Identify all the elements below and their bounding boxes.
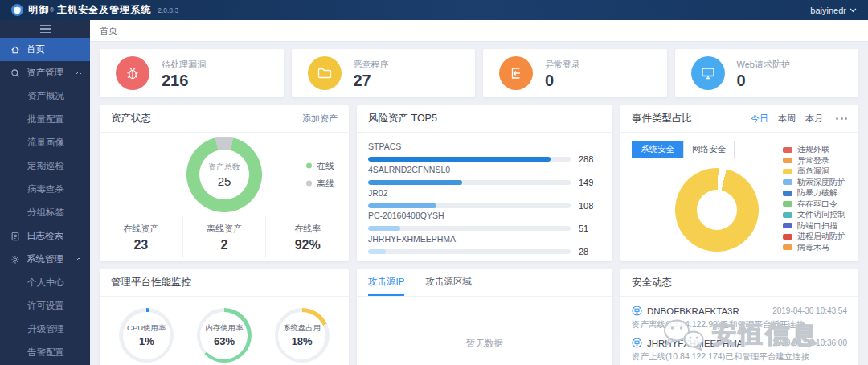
logout-icon bbox=[499, 56, 533, 90]
risk-bar-row: STPACS 288 bbox=[368, 141, 601, 164]
stat-card-value: 0 bbox=[737, 72, 790, 88]
sidebar-item-log-search[interactable]: 日志检索 bbox=[0, 224, 90, 248]
panel-title: 风险资产 TOP5 bbox=[368, 112, 437, 125]
panel-security-feed: 安全动态 DNBOFBKRAFKTA3R 2019-04-30 10:43:54… bbox=[620, 269, 858, 365]
risk-bar-row: JR02 108 bbox=[368, 188, 601, 211]
legend-item[interactable]: 病毒木马 bbox=[783, 244, 845, 252]
panel-title: 事件类型占比 bbox=[632, 112, 692, 125]
sidebar-item-group-tags[interactable]: 分组标签 bbox=[0, 201, 90, 224]
sidebar-item-alert-config[interactable]: 告警配置 bbox=[0, 341, 90, 364]
chevron-down-icon bbox=[850, 8, 857, 13]
feed-item[interactable]: DNBOFBKRAFKTA3R 2019-04-30 10:43:54 资产离线… bbox=[632, 306, 847, 330]
product-name: 主机安全及管理系统 bbox=[57, 3, 151, 17]
sidebar-item-asset-overview[interactable]: 资产概况 bbox=[0, 84, 90, 108]
tab-attack-source-ip[interactable]: 攻击源IP bbox=[368, 269, 404, 296]
chevron-up-icon bbox=[76, 257, 82, 261]
tab-home[interactable]: 首页 bbox=[100, 25, 117, 37]
user-menu[interactable]: baiyinedr bbox=[810, 6, 857, 15]
risk-bar-row: 4SALRND2CFNNSL0 149 bbox=[368, 165, 601, 187]
stat-card-value: 27 bbox=[354, 72, 389, 88]
sidebar-item-virus-scan[interactable]: 病毒查杀 bbox=[0, 178, 90, 201]
bug-icon bbox=[116, 56, 149, 90]
legend-item-online[interactable]: 在线 bbox=[306, 160, 334, 172]
legend-item[interactable]: 勒索深度防护 bbox=[783, 178, 845, 187]
legend-item[interactable]: 进程启动防护 bbox=[783, 232, 845, 240]
top-bar: 明御 ® 主机安全及管理系统 2.0.8.3 baiyinedr bbox=[0, 0, 868, 20]
legend-item[interactable]: 违规外联 bbox=[783, 146, 845, 154]
stat-card-label: 恶意程序 bbox=[354, 59, 389, 71]
tab-system-security[interactable]: 系统安全 bbox=[632, 141, 683, 158]
legend-item[interactable]: 存在弱口令 bbox=[783, 200, 845, 208]
stat-card-label: Web请求防护 bbox=[737, 59, 790, 71]
risk-bar-fill bbox=[368, 226, 400, 231]
stat-card-malware[interactable]: 恶意程序 27 bbox=[292, 49, 476, 97]
panel-asset-status: 资产状态 添加资产 资产总数 25 在线 离线 bbox=[100, 105, 349, 261]
sidebar-item-system-management[interactable]: 系统管理 bbox=[0, 248, 90, 271]
version-label: 2.0.8.3 bbox=[158, 6, 178, 14]
asset-donut-chart: 资产总数 25 bbox=[186, 137, 262, 212]
tab-network-security[interactable]: 网络安全 bbox=[683, 141, 735, 158]
donut-center-label: 资产总数 bbox=[208, 162, 240, 173]
sidebar-item-license-settings[interactable]: 许可设置 bbox=[0, 294, 90, 318]
donut-center-value: 25 bbox=[218, 174, 231, 188]
legend-item-offline[interactable]: 离线 bbox=[306, 178, 334, 190]
panel-performance: 管理平台性能监控 CPU使用率1% 内存使用率63% 系统盘占用18% 瞬 bbox=[100, 269, 349, 365]
empty-state-text: 暂无数据 bbox=[466, 338, 503, 350]
event-donut-chart bbox=[675, 168, 759, 252]
sidebar-item-label: 首页 bbox=[27, 43, 45, 55]
middle-row: 资产状态 添加资产 资产总数 25 在线 离线 bbox=[100, 105, 858, 261]
asset-legend: 在线 离线 bbox=[306, 160, 334, 190]
panel-event-types: 事件类型占比 今日 本周 本月 系统安全 网络安全 bbox=[620, 105, 858, 261]
legend-item[interactable]: 防端口扫描 bbox=[783, 222, 845, 230]
sidebar-item-personal-center[interactable]: 个人中心 bbox=[0, 271, 90, 294]
ellipsis-icon[interactable] bbox=[836, 117, 847, 120]
home-icon bbox=[10, 45, 20, 55]
legend-item[interactable]: 文件访问控制 bbox=[783, 211, 845, 219]
sidebar-item-upgrade-management[interactable]: 升级管理 bbox=[0, 318, 90, 341]
sidebar-item-label: 日志检索 bbox=[27, 230, 63, 242]
sidebar-item-batch-config[interactable]: 批量配置 bbox=[0, 108, 90, 131]
stat-card-web-protection[interactable]: Web请求防护 0 bbox=[675, 49, 859, 97]
menu-toggle-button[interactable] bbox=[0, 20, 90, 38]
feed-item[interactable]: JHRHYFXHMEEPHMA 2019-04-30 10:36:00 资产上线… bbox=[632, 338, 847, 363]
legend-item[interactable]: 防暴力破解 bbox=[783, 189, 845, 197]
stat-card-label: 异常登录 bbox=[545, 59, 580, 71]
stat-card-value: 0 bbox=[545, 72, 580, 88]
gauge-ring: 系统盘占用18% bbox=[275, 308, 330, 363]
log-search-icon bbox=[10, 232, 20, 241]
stat-card-value: 216 bbox=[162, 72, 206, 88]
panel-risk-top5: 风险资产 TOP5 STPACS 288 4SALRND2CFNNSL0 149… bbox=[357, 105, 612, 261]
bottom-row: 管理平台性能监控 CPU使用率1% 内存使用率63% 系统盘占用18% 瞬 bbox=[100, 269, 858, 365]
main-area: 首页 待处理漏洞 216 bbox=[90, 20, 868, 365]
add-asset-link[interactable]: 添加资产 bbox=[302, 113, 338, 125]
folder-icon bbox=[308, 56, 342, 90]
asset-stats: 在线资产23 离线资产2 在线率92% bbox=[100, 216, 349, 258]
registered-mark: ® bbox=[50, 7, 54, 13]
range-this-week[interactable]: 本周 bbox=[778, 113, 796, 125]
dashboard-content: 待处理漏洞 216 恶意程序 27 bbox=[90, 42, 868, 365]
sidebar-item-label: 系统管理 bbox=[27, 253, 63, 265]
username: baiyinedr bbox=[810, 6, 846, 15]
sidebar-item-asset-management[interactable]: 资产管理 bbox=[0, 61, 90, 84]
sidebar-item-periodic-inspection[interactable]: 定期巡检 bbox=[0, 154, 90, 178]
risk-bar-fill bbox=[368, 249, 386, 254]
risk-bar-fill bbox=[368, 157, 551, 162]
assets-icon bbox=[10, 68, 20, 78]
sidebar-item-home[interactable]: 首页 bbox=[0, 38, 90, 61]
risk-bar-row: JHRHYFXHMEEPHMA 28 bbox=[368, 234, 601, 256]
event-legend: 违规外联 异常登录 高危漏洞 勒索深度防护 防暴力破解 存在弱口令 文件访问控制… bbox=[783, 146, 845, 252]
sidebar-item-traffic-profile[interactable]: 流量画像 bbox=[0, 131, 90, 154]
sidebar-item-label: 资产管理 bbox=[27, 67, 63, 79]
risk-bar-fill bbox=[368, 203, 436, 208]
tab-attack-source-region[interactable]: 攻击源区域 bbox=[425, 269, 472, 296]
legend-item[interactable]: 高危漏洞 bbox=[783, 167, 845, 175]
range-this-month[interactable]: 本月 bbox=[805, 113, 823, 125]
legend-item[interactable]: 异常登录 bbox=[783, 157, 845, 165]
gauge-ring: 内存使用率63% bbox=[197, 308, 252, 363]
range-today[interactable]: 今日 bbox=[751, 113, 768, 125]
risk-bar-chart: STPACS 288 4SALRND2CFNNSL0 149 JR02 108 bbox=[357, 133, 612, 261]
stat-card-vulnerabilities[interactable]: 待处理漏洞 216 bbox=[100, 49, 284, 97]
stat-card-abnormal-login[interactable]: 异常登录 0 bbox=[483, 49, 667, 97]
sidebar: 首页 资产管理 资产概况 批量配置 流量画像 定期巡检 病毒查杀 分组标签 日志… bbox=[0, 20, 90, 365]
chevron-up-icon bbox=[76, 71, 82, 75]
